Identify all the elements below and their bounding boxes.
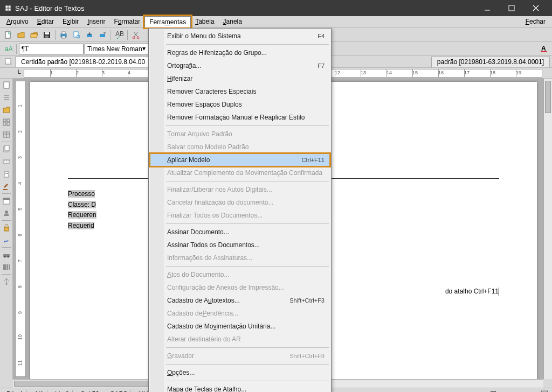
minimize-button[interactable] [475, 0, 499, 16]
print-direct-icon[interactable] [84, 29, 95, 41]
dd-regras[interactable]: Regras de Hifenização do Grupo... [150, 46, 330, 59]
side-table-icon[interactable] [1, 129, 12, 140]
side-list-icon[interactable] [1, 92, 12, 103]
menu-ferramentas[interactable]: Ferramentas [144, 16, 191, 27]
dd-remover-format[interactable]: Remover Formatação Manual e Reaplicar Es… [150, 111, 330, 124]
spellcheck-icon[interactable]: ABC [113, 29, 125, 41]
dd-alterar-dest: Alterar destinatário do AR [150, 333, 330, 346]
save-icon[interactable] [41, 29, 53, 41]
menu-formatar[interactable]: Formatar [109, 16, 144, 27]
svg-point-39 [7, 256, 9, 258]
menu-exibir[interactable]: Exibir [58, 16, 83, 27]
dd-atos-doc: Atos do Documento... [150, 268, 330, 281]
menu-bar: Arquivo Editar Exibir Inserir Formatar F… [0, 16, 552, 28]
zoom-out-icon[interactable]: − [451, 390, 459, 393]
open-folder-icon[interactable] [28, 29, 40, 41]
menu-janela[interactable]: Janela [219, 16, 246, 27]
svg-rect-20 [4, 82, 9, 88]
status-total: 1/1 [31, 390, 47, 393]
tab-close-icon[interactable] [2, 55, 14, 67]
svg-text:A: A [541, 45, 546, 52]
menu-editar[interactable]: Editar [33, 16, 58, 27]
print-icon[interactable] [58, 29, 70, 41]
window-title: SAJ - Editor de Textos [15, 4, 475, 12]
zoom-reset-icon[interactable] [540, 390, 549, 393]
svg-rect-8 [74, 32, 78, 37]
text-requeren: Requeren [68, 211, 96, 219]
tab-doc-1[interactable]: Certidão padrão [0219818-02.2019.8.04.00 [15, 57, 151, 67]
menu-fechar[interactable]: Fechar [521, 16, 550, 27]
svg-rect-18 [541, 51, 547, 52]
dd-assinar-doc[interactable]: Assinar Documento... [150, 226, 330, 239]
open-icon[interactable] [15, 29, 27, 41]
side-toolbar [0, 79, 13, 379]
side-calendar-icon[interactable] [1, 195, 12, 206]
dd-remover-espacos[interactable]: Remover Espaços Duplos [150, 98, 330, 111]
dd-remover-especiais[interactable]: Remover Caracteres Especiais [150, 85, 330, 98]
svg-rect-30 [5, 173, 6, 174]
dd-finalizar-liberar: Finalizar/Liberar nos Autos Digitais... [150, 183, 330, 196]
side-lock-icon[interactable] [1, 222, 12, 233]
svg-rect-19 [5, 59, 11, 64]
svg-text:aA: aA [5, 45, 12, 53]
dd-hifenizar[interactable]: Hifenizar [150, 72, 330, 85]
font-color-icon[interactable]: A [538, 43, 550, 55]
dd-ortografia[interactable]: Ortografia...F7 [150, 59, 330, 72]
side-building-icon[interactable] [1, 169, 12, 179]
side-car-icon[interactable] [1, 249, 12, 260]
menu-tabela[interactable]: Tabela [191, 16, 218, 27]
menu-arquivo[interactable]: Arquivo [2, 16, 33, 27]
dd-cadastro-mov[interactable]: Cadastro de Movimentação Unitária... [150, 320, 330, 333]
svg-rect-1 [5, 32, 10, 38]
svg-rect-0 [509, 5, 514, 11]
svg-point-12 [104, 32, 106, 34]
svg-rect-31 [7, 173, 8, 174]
side-expand-icon[interactable] [1, 276, 12, 287]
vertical-scrollbar[interactable] [543, 79, 552, 379]
svg-rect-22 [7, 119, 10, 122]
svg-rect-7 [62, 36, 65, 38]
print-config-icon[interactable] [96, 29, 108, 41]
tab-doc-2[interactable]: padrão [0219801-63.2019.8.04.0001] [431, 57, 550, 67]
dd-info-assin: Informações de Assinaturas... [150, 251, 330, 264]
dd-gravador: GravadorShift+Ctrl+F9 [150, 349, 330, 362]
side-ruler-icon[interactable] [1, 156, 12, 167]
close-button[interactable] [523, 0, 548, 16]
dd-assinar-todos[interactable]: Assinar Todos os Documentos... [150, 239, 330, 251]
svg-rect-35 [4, 214, 9, 216]
dd-aplicar-modelo[interactable]: Aplicar ModeloCtrl+F11 [150, 153, 330, 166]
title-bar: SAJ - Editor de Textos [0, 0, 552, 16]
dd-mapa-teclas[interactable]: Mapa de Teclas de Atalho... [150, 383, 330, 392]
dd-cadastro-auto[interactable]: Cadastro de Autotextos...Shift+Ctrl+F3 [150, 294, 330, 307]
vertical-ruler[interactable]: 123456789101112 [15, 81, 26, 377]
svg-rect-36 [4, 227, 9, 231]
side-grid-icon[interactable] [1, 117, 12, 128]
side-doc-icon[interactable] [1, 80, 12, 90]
cut-icon[interactable] [130, 29, 142, 41]
tab-marker-icon[interactable]: └ [13, 68, 24, 78]
style-combo[interactable]: ¶T [19, 44, 84, 54]
dd-cancelar-final: Cancelar finalização do documento... [150, 196, 330, 209]
side-copy-icon[interactable] [1, 144, 12, 155]
maximize-button[interactable] [499, 0, 523, 16]
dd-finalizar-todos: Finalizar Todos os Documentos... [150, 209, 330, 222]
new-icon[interactable] [2, 29, 14, 41]
status-col: Col 56 [77, 390, 102, 393]
dd-exibir-menu[interactable]: Exibir o Menu do SistemaF4 [150, 30, 330, 43]
menu-inserir[interactable]: Inserir [83, 16, 109, 27]
side-stamp-icon[interactable] [1, 208, 12, 219]
side-sign-icon[interactable] [1, 235, 12, 246]
svg-rect-27 [5, 145, 9, 151]
side-gavel-icon[interactable] [1, 181, 12, 192]
dd-opcoes[interactable]: Opções... [150, 366, 330, 379]
svg-rect-3 [45, 32, 49, 34]
print-preview-icon[interactable] [71, 29, 82, 41]
text-processo: Processo [68, 190, 95, 198]
side-folder-icon[interactable] [1, 104, 12, 115]
side-barcode-icon[interactable] [1, 262, 12, 272]
status-lin: Lin 8 [52, 390, 73, 393]
autotext-icon[interactable]: aA [2, 43, 14, 55]
zoom-in-icon[interactable]: + [527, 390, 536, 393]
svg-rect-33 [3, 198, 10, 200]
svg-rect-11 [100, 34, 105, 37]
